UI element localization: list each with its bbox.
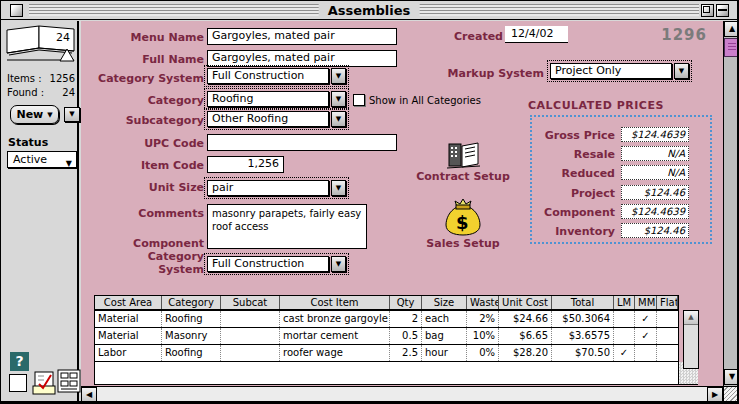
portal-cell[interactable] — [614, 311, 635, 327]
vertical-scrollbar[interactable]: ▲ ▼ — [723, 21, 739, 386]
markup-system-value[interactable]: Project Only — [550, 63, 672, 79]
portal-cell[interactable] — [221, 345, 280, 361]
full-name-label: Full Name — [86, 53, 204, 66]
horizontal-scrollbar[interactable]: ◀ ▶ — [81, 386, 723, 402]
portal-cell[interactable] — [657, 311, 678, 327]
scroll-down-icon[interactable]: ▼ — [724, 369, 739, 385]
component-category-system-dropdown-icon[interactable]: ▼ — [331, 256, 346, 272]
portal-scrollbar[interactable]: ▲ — [683, 310, 699, 369]
portal-cell[interactable]: Masonry — [162, 328, 221, 344]
blank-tool-button[interactable] — [9, 374, 27, 392]
component-category-system-value[interactable]: Full Construction — [207, 256, 329, 272]
portal-cell[interactable]: ✓ — [614, 345, 635, 361]
status-label: Status — [8, 136, 48, 149]
portal-cell[interactable]: $3.6575 — [552, 328, 614, 344]
portal-cell[interactable] — [221, 311, 280, 327]
portal-cell[interactable]: 2% — [467, 311, 499, 327]
portal-scroll-up-icon[interactable]: ▲ — [684, 311, 698, 325]
portal-cell[interactable]: 0.5 — [390, 328, 422, 344]
portal-cell[interactable]: cast bronze gargoyle — [280, 311, 390, 327]
collapse-box-icon[interactable] — [716, 4, 729, 17]
portal-cell[interactable]: Material — [95, 328, 162, 344]
new-button-caret-icon: ▼ — [47, 111, 52, 119]
category-value[interactable]: Roofing — [207, 91, 329, 107]
checklist-tool-icon[interactable] — [32, 371, 57, 395]
book-navigator-icon[interactable]: 24 — [4, 24, 78, 64]
component-category-system-combo[interactable]: Full Construction ▼ — [204, 253, 349, 275]
portal-column-header: Qty — [390, 296, 422, 309]
category-dropdown-icon[interactable]: ▼ — [331, 91, 346, 107]
markup-system-dropdown-icon[interactable]: ▼ — [674, 63, 689, 79]
portal-cell[interactable]: 10% — [467, 328, 499, 344]
subcategory-value[interactable]: Other Roofing — [207, 111, 329, 127]
portal-cell[interactable]: $28.20 — [499, 345, 552, 361]
help-button[interactable]: ? — [10, 352, 29, 371]
category-system-combo[interactable]: Full Construction ▼ — [204, 65, 349, 87]
unit-size-combo[interactable]: pair ▼ — [204, 177, 349, 199]
portal-cell[interactable]: each — [422, 311, 467, 327]
sales-setup-label[interactable]: Sales Setup — [409, 237, 517, 250]
portal-cell[interactable]: ✓ — [635, 311, 657, 327]
portal-cell[interactable]: 2.5 — [390, 345, 422, 361]
scroll-left-icon[interactable]: ◀ — [81, 387, 97, 402]
category-combo[interactable]: Roofing ▼ — [204, 88, 349, 110]
item-code-field[interactable]: 1,256 — [207, 156, 284, 173]
category-label: Category — [86, 94, 204, 107]
project-label: Project — [496, 187, 615, 200]
vertical-scroll-thumb[interactable] — [724, 38, 739, 57]
portal-cell[interactable] — [635, 345, 657, 361]
portal-cell[interactable]: Roofing — [162, 311, 221, 327]
created-field[interactable]: 12/4/02 — [505, 26, 568, 43]
resize-grip[interactable] — [723, 386, 739, 402]
unit-size-dropdown-icon[interactable]: ▼ — [331, 180, 346, 196]
scroll-up-icon[interactable]: ▲ — [724, 21, 739, 37]
portal-cell[interactable]: 0% — [467, 345, 499, 361]
zoom-box-icon[interactable] — [701, 4, 714, 17]
portal-cell[interactable]: hour — [422, 345, 467, 361]
portal-cell[interactable]: Material — [95, 311, 162, 327]
title-bar[interactable]: Assemblies — [1, 1, 737, 20]
show-in-all-categories-checkbox[interactable] — [353, 94, 365, 106]
form-layout-tool-icon[interactable] — [57, 369, 82, 394]
resale-value: N/A — [621, 146, 689, 161]
subcategory-combo[interactable]: Other Roofing ▼ — [204, 108, 349, 130]
category-system-value[interactable]: Full Construction — [207, 68, 329, 84]
sales-setup-money-bag-icon[interactable]: $ — [443, 195, 483, 237]
scroll-right-icon[interactable]: ▶ — [707, 387, 723, 402]
resale-label: Resale — [496, 148, 615, 161]
component-value: $124.4639 — [621, 204, 689, 219]
new-options-dropdown-button[interactable]: ▼ — [64, 107, 80, 122]
portal-cell[interactable]: $6.65 — [499, 328, 552, 344]
portal-cell[interactable]: bag — [422, 328, 467, 344]
portal-cell[interactable] — [614, 328, 635, 344]
menu-name-field[interactable]: Gargoyles, mated pair — [207, 28, 397, 45]
portal-cell[interactable]: Roofing — [162, 345, 221, 361]
comments-field[interactable]: masonry parapets, fairly easy roof acces… — [207, 204, 367, 249]
portal-cell[interactable] — [657, 328, 678, 344]
upc-code-field[interactable] — [207, 134, 397, 151]
portal-cell[interactable]: $50.3064 — [552, 311, 614, 327]
category-system-dropdown-icon[interactable]: ▼ — [331, 68, 346, 84]
portal-cell[interactable]: Labor — [95, 345, 162, 361]
status-area: 24 Items : 1256 Found : 24 New ▼ ▼ Statu… — [1, 21, 79, 401]
portal-cell[interactable]: mortar cement — [280, 328, 390, 344]
portal-column-header: Cost Area — [95, 296, 162, 309]
unit-size-value[interactable]: pair — [207, 180, 329, 196]
portal-cell[interactable]: roofer wage — [280, 345, 390, 361]
contract-setup-icon[interactable] — [445, 138, 483, 171]
gross-price-value: $124.4639 — [621, 127, 689, 142]
created-label: Created — [441, 30, 503, 43]
close-box-icon[interactable] — [10, 4, 23, 17]
status-popup[interactable]: Active ▼ — [7, 151, 77, 168]
table-row: MaterialRoofingcast bronze gargoyle2each… — [95, 311, 678, 328]
markup-system-combo[interactable]: Project Only ▼ — [547, 60, 692, 82]
portal-cell[interactable]: $70.50 — [552, 345, 614, 361]
portal-column-header: Waste — [467, 296, 499, 309]
new-record-button[interactable]: New ▼ — [10, 105, 59, 124]
portal-cell[interactable] — [221, 328, 280, 344]
portal-cell[interactable]: ✓ — [635, 328, 657, 344]
subcategory-dropdown-icon[interactable]: ▼ — [331, 111, 346, 127]
portal-cell[interactable] — [657, 345, 678, 361]
portal-cell[interactable]: 2 — [390, 311, 422, 327]
portal-cell[interactable]: $24.66 — [499, 311, 552, 327]
